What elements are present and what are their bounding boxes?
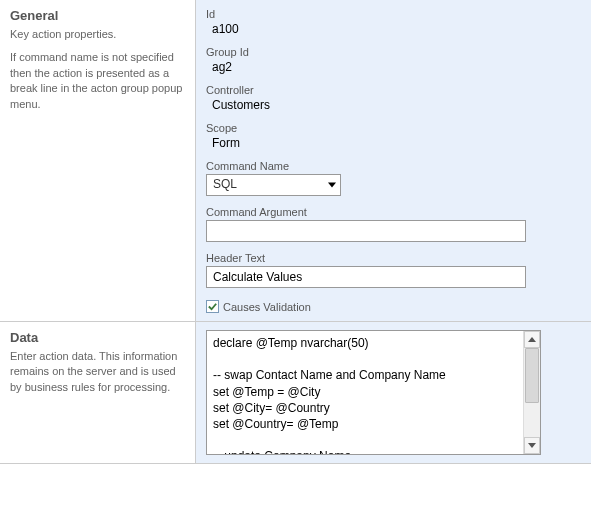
controller-label: Controller <box>206 84 581 96</box>
command-argument-label: Command Argument <box>206 206 581 218</box>
scroll-thumb[interactable] <box>525 348 539 403</box>
triangle-up-icon <box>528 337 536 342</box>
header-text-field: Header Text <box>206 252 581 288</box>
general-right: Id a100 Group Id ag2 Controller Customer… <box>195 0 591 321</box>
data-title: Data <box>10 330 185 345</box>
scope-field: Scope Form <box>206 122 581 150</box>
header-text-input[interactable] <box>206 266 526 288</box>
scope-value: Form <box>206 136 581 150</box>
command-name-value: SQL <box>207 175 243 193</box>
general-desc1: Key action properties. <box>10 27 185 42</box>
chevron-down-icon <box>328 183 336 188</box>
scroll-up-button[interactable] <box>524 331 540 348</box>
data-left: Data Enter action data. This information… <box>0 322 195 463</box>
controller-value: Customers <box>206 98 581 112</box>
data-desc: Enter action data. This information rema… <box>10 349 185 395</box>
scrollbar[interactable] <box>523 331 540 454</box>
command-name-select[interactable]: SQL <box>206 174 341 196</box>
command-name-label: Command Name <box>206 160 581 172</box>
header-text-label: Header Text <box>206 252 581 264</box>
id-label: Id <box>206 8 581 20</box>
causes-validation-row: Causes Validation <box>206 300 581 313</box>
controller-field: Controller Customers <box>206 84 581 112</box>
data-section: Data Enter action data. This information… <box>0 322 591 464</box>
general-title: General <box>10 8 185 23</box>
data-right: declare @Temp nvarchar(50) -- swap Conta… <box>195 322 591 463</box>
data-textarea-content: declare @Temp nvarchar(50) -- swap Conta… <box>207 331 540 455</box>
general-section: General Key action properties. If comman… <box>0 0 591 322</box>
general-desc2: If command name is not specified then th… <box>10 50 185 112</box>
causes-validation-label: Causes Validation <box>223 301 311 313</box>
id-value: a100 <box>206 22 581 36</box>
group-id-value: ag2 <box>206 60 581 74</box>
general-left: General Key action properties. If comman… <box>0 0 195 321</box>
data-textarea[interactable]: declare @Temp nvarchar(50) -- swap Conta… <box>206 330 541 455</box>
command-argument-input[interactable] <box>206 220 526 242</box>
command-name-field: Command Name SQL <box>206 160 581 196</box>
command-argument-field: Command Argument <box>206 206 581 242</box>
causes-validation-checkbox[interactable] <box>206 300 219 313</box>
check-icon <box>207 301 218 312</box>
scope-label: Scope <box>206 122 581 134</box>
group-id-label: Group Id <box>206 46 581 58</box>
group-id-field: Group Id ag2 <box>206 46 581 74</box>
id-field: Id a100 <box>206 8 581 36</box>
scroll-down-button[interactable] <box>524 437 540 454</box>
triangle-down-icon <box>528 443 536 448</box>
